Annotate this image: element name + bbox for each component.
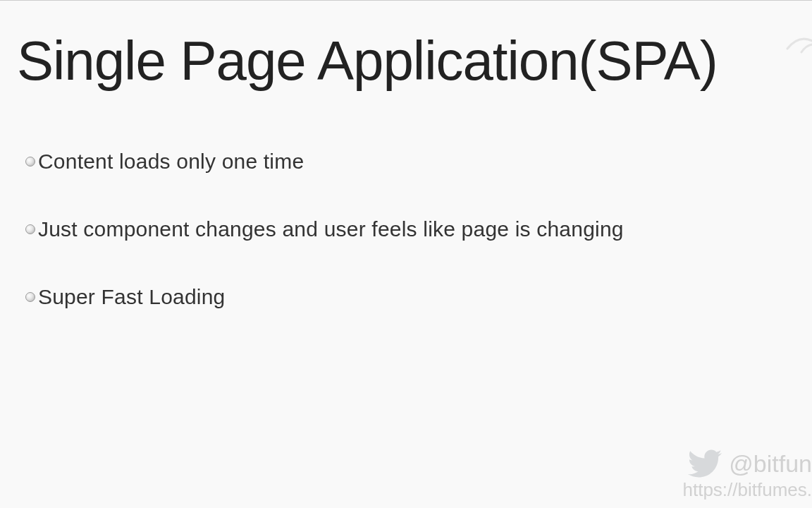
bullet-text: Content loads only one time — [38, 150, 304, 174]
twitter-row: @bitfun — [682, 447, 812, 480]
list-item: Content loads only one time — [25, 150, 812, 174]
bullet-text: Super Fast Loading — [38, 285, 225, 309]
decorative-swirl — [784, 28, 812, 70]
bullet-icon — [25, 224, 35, 234]
bullet-list: Content loads only one time Just compone… — [0, 93, 812, 309]
twitter-icon — [685, 447, 725, 480]
bullet-icon — [25, 157, 35, 167]
site-url: https://bitfumes. — [682, 479, 812, 501]
twitter-handle: @bitfun — [729, 450, 812, 478]
slide-title: Single Page Application(SPA) — [0, 1, 812, 93]
footer-credits: @bitfun https://bitfumes. — [682, 447, 812, 501]
bullet-text: Just component changes and user feels li… — [38, 217, 624, 241]
list-item: Super Fast Loading — [25, 285, 812, 309]
list-item: Just component changes and user feels li… — [25, 217, 812, 241]
bullet-icon — [25, 292, 35, 302]
